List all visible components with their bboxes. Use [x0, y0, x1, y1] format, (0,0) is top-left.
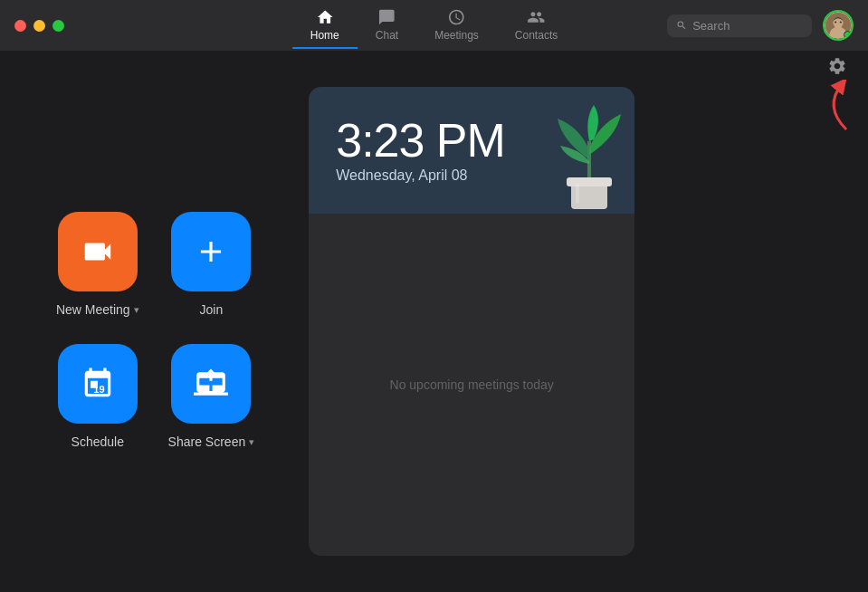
arrow-indicator: [819, 80, 855, 138]
svg-rect-8: [567, 177, 612, 186]
plant-decoration: [544, 96, 634, 214]
contacts-icon: [528, 8, 546, 26]
join-button[interactable]: [171, 212, 251, 291]
tab-home[interactable]: Home: [292, 3, 358, 49]
minimize-button[interactable]: [33, 20, 45, 32]
red-arrow-svg: [819, 80, 855, 134]
chevron-icon: ▾: [249, 436, 254, 448]
new-meeting-button[interactable]: [58, 212, 138, 291]
nav-tabs: Home Chat Meetings Contacts: [292, 3, 576, 49]
chevron-icon: ▾: [134, 304, 139, 316]
settings-icon[interactable]: [827, 56, 847, 76]
new-meeting-item[interactable]: New Meeting ▾: [54, 212, 141, 317]
avatar[interactable]: [823, 10, 854, 41]
settings-area: [819, 56, 855, 138]
clock-date: Wednesday, April 08: [336, 167, 467, 184]
tab-contacts[interactable]: Contacts: [497, 3, 576, 49]
schedule-label: Schedule: [72, 434, 124, 449]
meetings-panel: No upcoming meetings today: [309, 214, 634, 556]
join-label: Join: [200, 302, 224, 317]
maximize-button[interactable]: [52, 20, 64, 32]
schedule-button[interactable]: 19: [58, 344, 138, 424]
home-icon: [316, 8, 334, 26]
svg-text:19: 19: [93, 384, 104, 395]
new-meeting-label: New Meeting ▾: [56, 302, 139, 317]
title-bar: Home Chat Meetings Contacts: [0, 0, 868, 51]
main-content: New Meeting ▾ Join 19: [0, 51, 868, 592]
online-status-dot: [844, 31, 852, 39]
action-grid: New Meeting ▾ Join 19: [54, 105, 254, 556]
tab-chat-label: Chat: [376, 29, 398, 42]
share-screen-item[interactable]: Share Screen ▾: [168, 344, 255, 449]
tab-home-label: Home: [310, 29, 339, 42]
svg-point-4: [840, 21, 842, 23]
tab-chat[interactable]: Chat: [358, 3, 416, 49]
svg-rect-10: [576, 184, 579, 204]
search-bar[interactable]: [667, 14, 812, 37]
search-input[interactable]: [692, 19, 803, 33]
close-button[interactable]: [14, 20, 26, 32]
share-screen-button[interactable]: [171, 344, 251, 424]
right-panel: 3:23 PM Wednesday, April 08: [309, 87, 634, 556]
no-meetings-text: No upcoming meetings today: [390, 377, 554, 392]
meetings-icon: [448, 8, 466, 26]
tab-meetings-label: Meetings: [434, 29, 479, 42]
plant-svg: [544, 96, 634, 214]
share-screen-icon: [194, 367, 228, 401]
chat-icon: [377, 8, 396, 26]
clock-widget: 3:23 PM Wednesday, April 08: [309, 87, 634, 214]
svg-point-3: [835, 21, 836, 23]
schedule-item[interactable]: 19 Schedule: [54, 344, 141, 449]
video-camera-icon: [81, 234, 115, 269]
calendar-icon: 19: [81, 367, 115, 401]
share-screen-label: Share Screen ▾: [168, 434, 255, 449]
tab-contacts-label: Contacts: [515, 29, 558, 42]
plus-icon: [194, 234, 228, 269]
tab-meetings[interactable]: Meetings: [416, 3, 497, 49]
search-icon: [676, 19, 687, 32]
title-bar-right: [667, 10, 854, 41]
join-item[interactable]: Join: [168, 212, 255, 317]
traffic-lights: [14, 20, 64, 32]
clock-time: 3:23 PM: [336, 117, 505, 164]
